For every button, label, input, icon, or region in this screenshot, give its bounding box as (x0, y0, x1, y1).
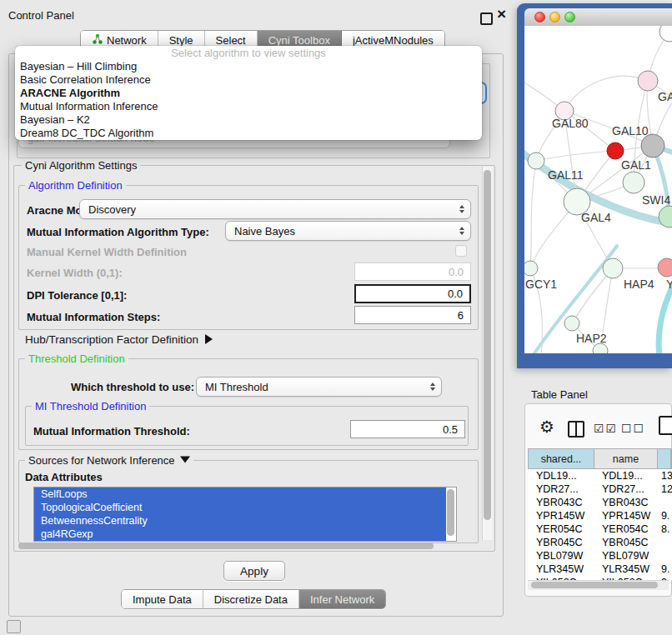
table-cell[interactable]: YDR27... (594, 482, 657, 496)
network-node[interactable] (659, 26, 672, 42)
table-cell[interactable]: YDR27... (528, 482, 594, 496)
table-row[interactable]: YDL19...YDL19...13 (528, 469, 672, 482)
hub-definition-toggle[interactable]: Hub/Transcription Factor Definition (25, 333, 213, 346)
table-panel-title: Table Panel (531, 388, 588, 401)
table-cell[interactable]: YBL079W (594, 549, 657, 562)
table-cell[interactable]: YBR045C (594, 536, 657, 549)
column-header[interactable]: name (594, 449, 658, 468)
kernel-width-field[interactable]: 0.0 (354, 262, 471, 281)
table-row[interactable]: YBL079WYBL079W (528, 549, 672, 562)
table-row[interactable]: YBR043CYBR043C (528, 496, 672, 509)
tab-label: Network (107, 34, 147, 47)
table-row[interactable]: YPR145WYPR145W9. (528, 509, 672, 522)
tab-discretize-data[interactable]: Discretize Data (203, 590, 299, 608)
collapsed-panel-icon[interactable] (7, 620, 21, 633)
aracne-mode-combo[interactable]: Discovery (79, 199, 471, 219)
network-node-gal10[interactable] (641, 134, 664, 158)
table-cell[interactable] (657, 549, 672, 562)
mi-threshold-field[interactable]: 0.5 (350, 420, 465, 438)
table-cell[interactable]: 12 (657, 482, 672, 496)
table-cell[interactable]: YBL079W (528, 549, 594, 562)
float-window-icon[interactable] (480, 12, 493, 25)
node-label: HAP2 (576, 332, 607, 345)
algorithm-list: Bayesian – Hill ClimbingBasic Correlatio… (15, 60, 482, 140)
sources-title[interactable]: Sources for Network Inference (25, 454, 193, 467)
which-threshold-combo[interactable]: MI Threshold (196, 377, 442, 397)
checked-boxes-icon[interactable]: ☑☑ (594, 422, 618, 435)
algorithm-option[interactable]: Bayesian – K2 (15, 113, 482, 127)
tab-impute-data[interactable]: Impute Data (122, 590, 203, 608)
table-cell[interactable]: YLR345W (528, 562, 594, 576)
algorithm-option[interactable]: Bayesian – Hill Climbing (15, 60, 482, 73)
mi-steps-field[interactable]: 6 (354, 306, 471, 324)
close-panel-icon[interactable]: × (497, 5, 506, 23)
table-row[interactable]: YDR27...YDR27...12 (528, 482, 672, 496)
algorithm-option[interactable]: Basic Correlation Inference (15, 73, 482, 87)
tab-infer-network[interactable]: Infer Network (299, 590, 385, 608)
data-attribute-item[interactable]: gal4RGexp (34, 528, 446, 541)
table-cell[interactable]: 8. (657, 522, 672, 536)
table-rows: YDL19...YDL19...13YDR27...YDR27...12YBR0… (528, 469, 672, 580)
settings-vertical-scrollbar-thumb[interactable] (484, 170, 491, 520)
table-cell[interactable]: YBR043C (594, 496, 657, 509)
mi-steps-label: Mutual Information Steps: (27, 311, 160, 323)
column-header[interactable] (658, 449, 671, 468)
table-cell[interactable]: YPR145W (528, 509, 594, 522)
table-horizontal-scrollbar-thumb[interactable] (531, 582, 658, 588)
minimize-window-icon[interactable] (549, 12, 560, 22)
table-cell[interactable]: 9. (657, 562, 672, 576)
network-edge (564, 76, 648, 111)
network-window-titlebar[interactable] (524, 8, 672, 27)
network-node-gcy1[interactable] (524, 261, 538, 276)
mi-algorithm-type-combo[interactable]: Naive Bayes (225, 221, 471, 241)
network-node-hap2[interactable] (564, 316, 579, 331)
data-attribute-item[interactable]: BetweennessCentrality (34, 514, 446, 528)
network-node[interactable] (607, 142, 624, 159)
table-cell[interactable]: YPR145W (594, 509, 657, 522)
tab-label: Discretize Data (214, 593, 288, 606)
table-cell[interactable]: YLR345W (594, 562, 657, 576)
dpi-tolerance-value: 0.0 (448, 288, 463, 300)
algorithm-dropdown-popup: Select algorithm to view settings Bayesi… (15, 46, 482, 140)
which-threshold-value: MI Threshold (205, 381, 268, 393)
table-cell[interactable]: 9. (657, 509, 672, 522)
algorithm-option[interactable]: Dream8 DC_TDC Algorithm (15, 127, 482, 140)
table-cell[interactable]: YBR045C (528, 536, 594, 549)
table-cell[interactable] (657, 496, 672, 509)
data-attribute-item[interactable]: SelfLoops (34, 488, 446, 501)
settings-horizontal-scrollbar-thumb[interactable] (18, 542, 434, 549)
network-node-y[interactable] (658, 258, 672, 277)
network-node-gal11[interactable] (528, 152, 544, 169)
network-node-gal1[interactable] (623, 172, 644, 193)
zoom-window-icon[interactable] (564, 12, 575, 22)
table-row[interactable]: YLR345WYLR345W9. (528, 562, 672, 576)
split-columns-icon[interactable] (568, 421, 584, 438)
dpi-tolerance-field[interactable]: 0.0 (354, 284, 471, 303)
manual-kernel-width-checkbox[interactable] (455, 245, 467, 257)
algorithm-option[interactable]: Mutual Information Inference (15, 100, 482, 113)
table-row[interactable]: YER054CYER054C8. (528, 522, 672, 536)
node-label: GAL7 (658, 90, 672, 103)
network-canvas[interactable]: GAL7GAL80GAL10GAL1GAL11GAL4SWI4GCY1HAP4Y… (524, 26, 672, 353)
table-cell[interactable]: YER054C (594, 522, 657, 536)
table-row[interactable]: YBR045CYBR045C (528, 536, 672, 549)
algorithm-option[interactable]: ARACNE Algorithm (15, 87, 482, 100)
table-cell[interactable]: YER054C (528, 522, 594, 536)
column-header[interactable]: shared... (529, 449, 594, 468)
table-cell[interactable] (657, 536, 672, 549)
data-attribute-item[interactable]: TopologicalCoefficient (34, 501, 446, 514)
gear-icon[interactable]: ⚙ (539, 418, 554, 435)
table-cell[interactable]: YBR043C (528, 496, 594, 509)
unchecked-boxes-icon[interactable]: ☐☐ (621, 422, 645, 435)
table-cell[interactable]: YDL19... (528, 469, 594, 482)
cyni-mode-tab-bar: Impute DataDiscretize DataInfer Network (121, 589, 386, 609)
table-cell[interactable]: YDL19... (594, 469, 657, 482)
list-scrollbar[interactable] (447, 489, 454, 539)
apply-button[interactable]: Apply (223, 561, 285, 581)
table-cell[interactable]: 13 (657, 469, 672, 482)
network-node-hap4[interactable] (603, 258, 623, 278)
network-node-gal7[interactable] (638, 71, 658, 91)
close-window-icon[interactable] (534, 12, 545, 22)
document-icon[interactable] (659, 416, 672, 435)
data-attributes-list[interactable]: SelfLoopsTopologicalCoefficientBetweenne… (33, 487, 457, 542)
